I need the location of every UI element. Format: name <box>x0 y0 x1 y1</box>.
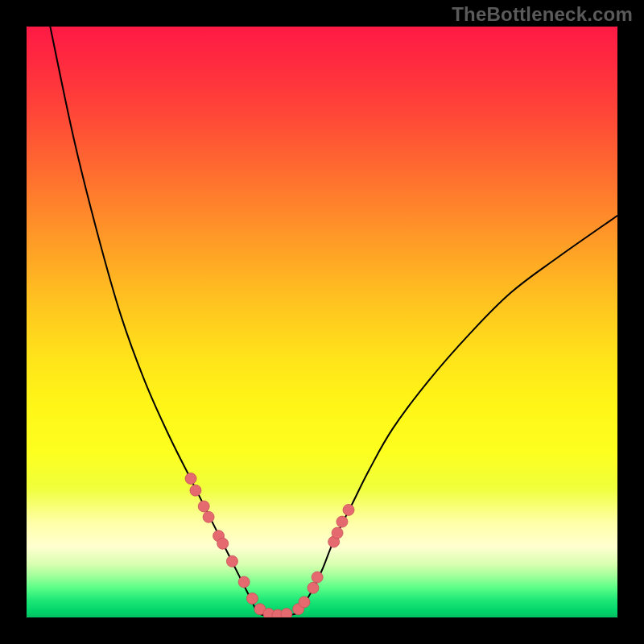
bottleneck-curve <box>50 27 617 617</box>
scatter-dot <box>198 501 209 512</box>
scatter-dot <box>246 593 258 605</box>
scatter-dot <box>226 555 237 567</box>
curves-svg <box>27 27 617 617</box>
scatter-dot <box>343 504 354 515</box>
scatter-dot <box>336 516 348 527</box>
scatter-dot <box>203 511 214 522</box>
scatter-dot <box>299 597 310 608</box>
plot-area <box>27 27 617 617</box>
bottleneck-curve-path <box>50 27 617 617</box>
scatter-dot <box>312 572 323 583</box>
scatter-dot <box>185 473 196 485</box>
scatter-dot <box>332 527 343 539</box>
attribution-label: TheBottleneck.com <box>452 3 633 26</box>
chart-frame: TheBottleneck.com <box>0 0 644 644</box>
scatter-dot <box>217 538 229 549</box>
scatter-dot <box>238 576 250 588</box>
scatter-dot <box>308 582 319 593</box>
scatter-dot <box>190 485 201 496</box>
scatter-dots <box>185 473 354 617</box>
scatter-dot <box>281 609 292 617</box>
